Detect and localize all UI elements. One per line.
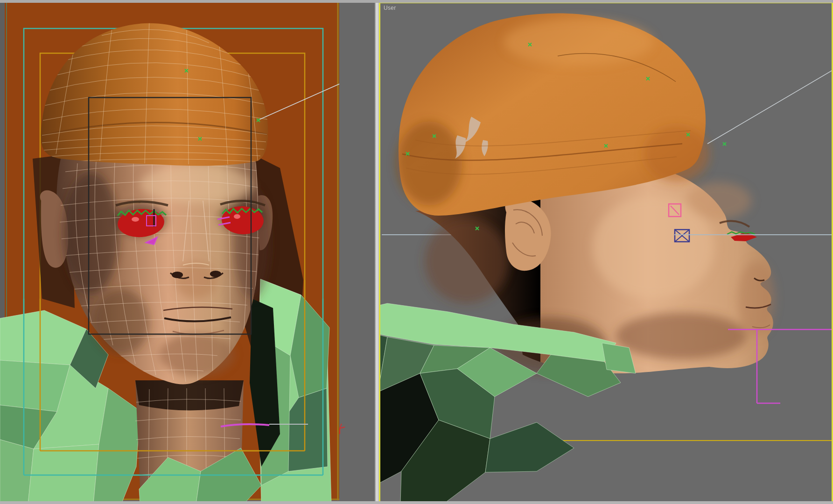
viewport-area: User <box>0 0 833 504</box>
viewport-splitter[interactable] <box>375 0 379 504</box>
front-viewport-canvas[interactable] <box>0 0 379 504</box>
front-viewport[interactable] <box>0 0 379 504</box>
side-viewport-canvas[interactable] <box>379 0 833 504</box>
chin-shadow <box>135 380 244 411</box>
window-bottom-edge <box>0 501 833 504</box>
side-viewport[interactable] <box>379 0 833 504</box>
viewport-label[interactable]: User <box>384 5 396 11</box>
window-top-edge <box>0 0 833 3</box>
